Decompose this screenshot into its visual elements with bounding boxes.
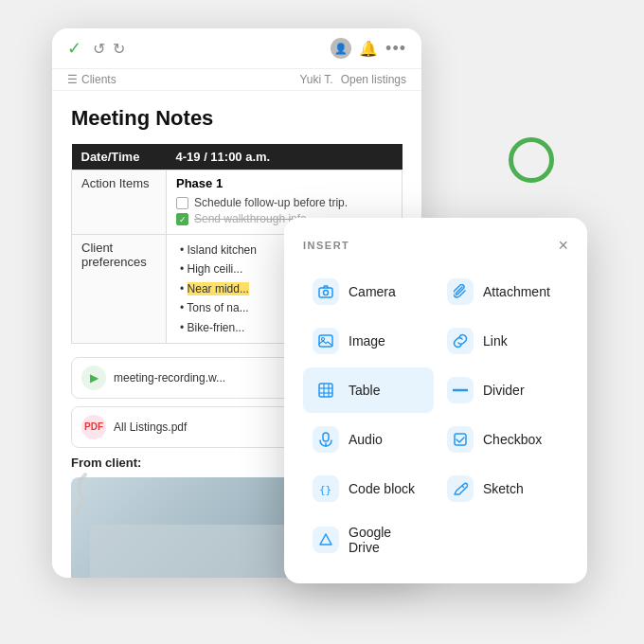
check-icon[interactable]: ✓ — [67, 38, 81, 59]
bell-icon[interactable]: 🔔 — [359, 40, 378, 58]
svg-rect-4 — [319, 384, 332, 397]
insert-item-divider[interactable]: Divider — [438, 367, 568, 413]
play-icon: ▶ — [81, 366, 106, 390]
green-circle-indicator — [509, 137, 554, 183]
svg-point-3 — [322, 338, 325, 341]
checkbox-1-label: Schedule follow-up before trip. — [194, 196, 348, 209]
checkbox-label: Checkbox — [483, 432, 542, 447]
breadcrumb-label: Clients — [81, 73, 116, 86]
table-icon — [313, 377, 339, 403]
breadcrumb-bar: ☰ Clients Yuki T. Open listings — [52, 69, 421, 91]
googledrive-label: Google Drive — [349, 525, 424, 555]
room-shape — [90, 525, 298, 578]
divider-label: Divider — [483, 383, 525, 398]
insert-item-sketch[interactable]: Sketch — [438, 466, 568, 511]
breadcrumb[interactable]: ☰ Clients — [67, 73, 116, 86]
codeblock-icon: {} — [313, 475, 339, 502]
camera-icon — [313, 278, 339, 305]
redo-icon[interactable]: ↻ — [113, 40, 125, 58]
checkbox-row-1: Schedule follow-up before trip. — [176, 196, 392, 209]
sketch-icon — [447, 475, 474, 502]
audio-icon — [313, 426, 339, 453]
insert-grid: Camera Attachment Image Link Table — [303, 269, 568, 564]
svg-rect-10 — [323, 433, 329, 441]
insert-item-audio[interactable]: Audio — [303, 417, 434, 462]
user-icon: 👤 — [331, 38, 351, 59]
modal-header: INSERT × — [303, 237, 568, 254]
modal-close-button[interactable]: × — [558, 237, 568, 254]
codeblock-label: Code block — [349, 481, 415, 496]
toolbar-right: 👤 🔔 ••• — [331, 38, 406, 59]
link-label: Link — [483, 333, 508, 349]
audio-label: Audio — [349, 432, 383, 447]
insert-item-googledrive[interactable]: Google Drive — [303, 515, 434, 564]
googledrive-icon — [313, 527, 339, 553]
toolbar: ✓ ↺ ↻ 👤 🔔 ••• — [52, 28, 421, 69]
attachment-label: Attachment — [483, 284, 550, 299]
table-header-datetime: Date/Time — [72, 144, 167, 170]
insert-item-image[interactable]: Image — [303, 318, 434, 364]
modal-title: INSERT — [303, 240, 349, 251]
insert-modal: INSERT × Camera Attachment Image Li — [284, 218, 587, 583]
divider-icon — [447, 377, 474, 403]
svg-rect-2 — [319, 335, 332, 347]
checkbox-1[interactable] — [176, 197, 188, 209]
svg-text:{}: {} — [319, 484, 331, 495]
more-options-icon[interactable]: ••• — [385, 39, 406, 59]
from-client-image — [71, 477, 317, 578]
camera-label: Camera — [349, 284, 396, 299]
action-items-label: Action Items — [72, 170, 167, 235]
svg-rect-0 — [319, 288, 332, 297]
open-listings-link[interactable]: Open listings — [341, 73, 406, 86]
phase-label: Phase 1 — [176, 176, 392, 190]
svg-point-1 — [324, 291, 329, 295]
breadcrumb-right: Yuki T. Open listings — [299, 73, 406, 86]
pref-3-highlight: Near midd... — [188, 282, 249, 295]
checkbox-icon — [447, 426, 474, 453]
undo-icon[interactable]: ↺ — [93, 40, 105, 58]
checkbox-2[interactable]: ✓ — [176, 213, 188, 225]
pdf-icon: PDF — [81, 415, 106, 439]
sketch-label: Sketch — [483, 481, 524, 496]
table-header-value: 4-19 / 11:00 a.m. — [167, 144, 402, 170]
prefs-label: Client preferences — [72, 235, 167, 344]
insert-item-table[interactable]: Table — [303, 367, 434, 413]
table-label: Table — [349, 383, 380, 398]
doc-title: Meeting Notes — [71, 106, 402, 131]
stair-icon — [57, 465, 95, 530]
recording-filename: meeting-recording.w... — [114, 371, 225, 385]
attachment-icon — [447, 278, 474, 305]
insert-item-checkbox[interactable]: Checkbox — [438, 417, 568, 462]
breadcrumb-icon: ☰ — [67, 73, 78, 86]
insert-item-camera[interactable]: Camera — [303, 269, 434, 314]
link-icon — [447, 328, 474, 354]
pdf-filename: All Listings.pdf — [114, 420, 187, 434]
image-icon — [313, 328, 339, 354]
insert-item-codeblock[interactable]: {} Code block — [303, 466, 434, 511]
insert-item-link[interactable]: Link — [438, 318, 568, 364]
insert-item-attachment[interactable]: Attachment — [438, 269, 568, 314]
yuki-label: Yuki T. — [299, 73, 332, 86]
image-label: Image — [349, 333, 385, 349]
